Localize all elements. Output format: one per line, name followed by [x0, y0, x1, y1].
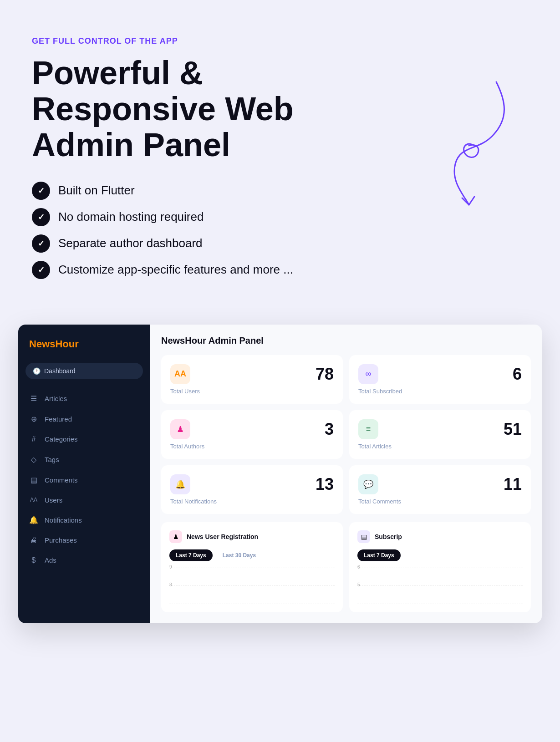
chart-user-registration: ♟ News User Registration Last 7 Days Las…	[161, 522, 343, 612]
sidebar-item-users[interactable]: AA Users	[18, 490, 150, 510]
subscribed-label: Total Subscribed	[358, 388, 522, 395]
stat-header-articles: ≡ 51	[358, 419, 522, 439]
hero-title: Powerful & Responsive Web Admin Panel	[32, 55, 373, 163]
check-icon-3	[32, 234, 50, 253]
chart-reg-title: News User Registration	[187, 533, 258, 540]
users-count: 78	[316, 365, 334, 384]
y-label-5: 5	[357, 582, 360, 587]
check-icon-4	[32, 261, 50, 279]
feature-item-2: No domain hosting required	[32, 208, 528, 226]
tab-sub-last-7-days[interactable]: Last 7 Days	[357, 549, 401, 561]
sidebar-logo: NewsHour	[18, 338, 150, 363]
sidebar-item-notifications[interactable]: 🔔 Notifications	[18, 510, 150, 530]
tags-label: Tags	[45, 456, 59, 463]
stat-header-notifications: 🔔 13	[170, 474, 334, 494]
sidebar-item-comments[interactable]: ▤ Comments	[18, 470, 150, 490]
chart-sub-tabs: Last 7 Days	[357, 549, 523, 561]
grid-line-sub-bottom	[357, 604, 523, 604]
chart-sub-grid: 6 5	[357, 568, 523, 604]
notifications-icon: 🔔	[29, 516, 38, 524]
purchases-label: Purchases	[45, 536, 77, 544]
stat-card-users: AA 78 Total Users	[161, 355, 343, 404]
hero-section: GET FULL CONTROL OF THE APP Powerful & R…	[0, 0, 560, 315]
arrow-decoration	[423, 73, 514, 209]
arrow-svg	[423, 73, 514, 209]
subscribed-count: 6	[513, 365, 522, 384]
chart-sub-title: Subscrip	[375, 533, 402, 540]
stat-card-notifications: 🔔 13 Total Notifications	[161, 465, 343, 514]
main-content: NewsHour Admin Panel AA 78 Total Users ∞…	[150, 325, 542, 623]
feature-text-1: Built on Flutter	[58, 183, 135, 198]
tab-last-30-days[interactable]: Last 30 Days	[216, 549, 262, 561]
y-label-9: 9	[169, 564, 172, 569]
check-icon-1	[32, 182, 50, 200]
grid-line-6: 6	[357, 568, 523, 568]
sidebar-item-categories[interactable]: # Categories	[18, 429, 150, 449]
comments-icon: ▤	[29, 476, 38, 484]
chart-reg-grid: 9 8	[169, 568, 335, 604]
users-label-stat: Total Users	[170, 388, 334, 395]
y-label-8: 8	[169, 582, 172, 587]
stats-grid: AA 78 Total Users ∞ 6 Total Subscribed ♟…	[161, 355, 531, 514]
tags-icon: ◇	[29, 455, 38, 464]
authors-label: Total Authors	[170, 443, 334, 450]
dashboard-label: Dashboard	[44, 367, 76, 375]
feature-item-3: Separate author dashboard	[32, 234, 528, 253]
stat-card-subscribed: ∞ 6 Total Subscribed	[349, 355, 531, 404]
chart-sub-area: 6 5	[357, 568, 523, 604]
stat-header-authors: ♟ 3	[170, 419, 334, 439]
sidebar-item-tags[interactable]: ◇ Tags	[18, 449, 150, 470]
ads-label: Ads	[45, 556, 56, 564]
feature-text-4: Customize app-specific features and more…	[58, 263, 293, 277]
users-stat-icon: AA	[170, 364, 190, 384]
hero-subtitle: GET FULL CONTROL OF THE APP	[32, 36, 528, 46]
categories-label: Categories	[45, 435, 78, 443]
sidebar-item-featured[interactable]: ⊕ Featured	[18, 409, 150, 429]
feature-text-3: Separate author dashboard	[58, 236, 203, 250]
notifications-stat-icon: 🔔	[170, 474, 190, 494]
featured-label: Featured	[45, 415, 72, 423]
y-label-6: 6	[357, 564, 360, 569]
chart-sub-icon: ▤	[357, 530, 370, 543]
charts-row: ♟ News User Registration Last 7 Days Las…	[161, 522, 531, 612]
stat-header-subscribed: ∞ 6	[358, 364, 522, 384]
stat-header-users: AA 78	[170, 364, 334, 384]
check-icon-2	[32, 208, 50, 226]
tab-last-7-days[interactable]: Last 7 Days	[169, 549, 213, 561]
categories-icon: #	[29, 435, 38, 443]
articles-stat-icon: ≡	[358, 419, 378, 439]
stat-card-comments: 💬 11 Total Comments	[349, 465, 531, 514]
comments-label-stat: Total Comments	[358, 498, 522, 505]
feature-item-4: Customize app-specific features and more…	[32, 261, 528, 279]
chart-reg-tabs: Last 7 Days Last 30 Days	[169, 549, 335, 561]
authors-stat-icon: ♟	[170, 419, 190, 439]
stat-header-comments: 💬 11	[358, 474, 522, 494]
subscribed-stat-icon: ∞	[358, 364, 378, 384]
authors-count: 3	[325, 420, 334, 439]
dashboard-section: NewsHour 🕐 Dashboard ☰ Articles ⊕ Featur…	[18, 325, 542, 623]
clock-icon: 🕐	[33, 367, 41, 375]
chart-header-registration: ♟ News User Registration	[169, 530, 335, 543]
comments-count: 11	[504, 475, 522, 494]
comments-label: Comments	[45, 476, 78, 484]
featured-icon: ⊕	[29, 415, 38, 423]
articles-label-stat: Total Articles	[358, 443, 522, 450]
ads-icon: $	[29, 556, 38, 564]
chart-subscriptions: ▤ Subscrip Last 7 Days 6 5	[349, 522, 531, 612]
grid-line-bottom	[169, 604, 335, 604]
purchases-icon: 🖨	[29, 536, 38, 544]
sidebar-item-purchases[interactable]: 🖨 Purchases	[18, 530, 150, 550]
grid-line-8: 8	[169, 585, 335, 586]
sidebar: NewsHour 🕐 Dashboard ☰ Articles ⊕ Featur…	[18, 325, 150, 623]
sidebar-item-articles[interactable]: ☰ Articles	[18, 388, 150, 409]
sidebar-search[interactable]: 🕐 Dashboard	[25, 363, 143, 379]
comments-stat-icon: 💬	[358, 474, 378, 494]
sidebar-item-ads[interactable]: $ Ads	[18, 550, 150, 570]
chart-reg-icon: ♟	[169, 530, 182, 543]
notifications-label: Notifications	[45, 516, 82, 524]
grid-line-5: 5	[357, 585, 523, 586]
panel-title: NewsHour Admin Panel	[161, 335, 531, 346]
articles-label: Articles	[45, 395, 67, 402]
articles-icon: ☰	[29, 394, 38, 403]
users-label: Users	[45, 496, 62, 504]
